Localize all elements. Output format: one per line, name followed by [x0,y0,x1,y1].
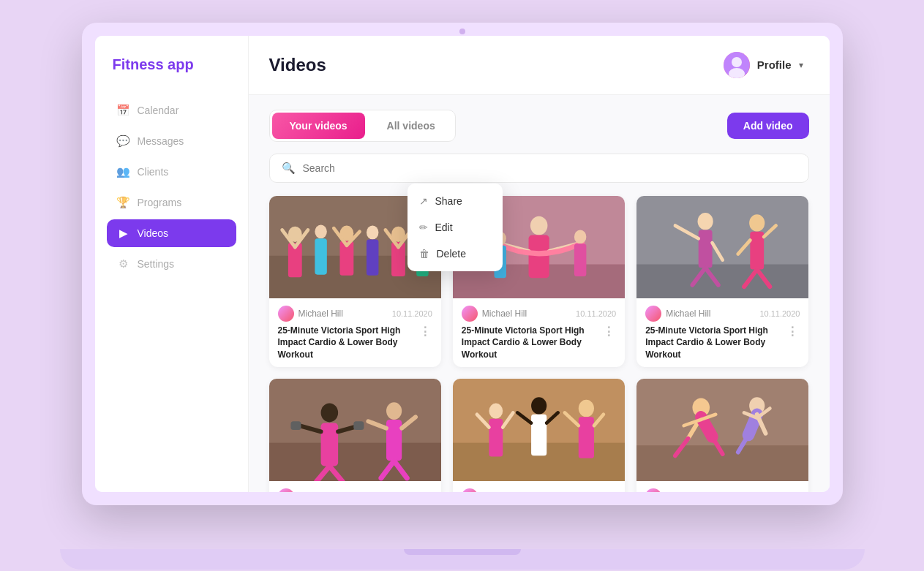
svg-point-25 [530,216,548,235]
author-avatar [645,488,661,492]
svg-point-73 [579,400,594,417]
video-meta: Michael Hill 10.11.2020 25-Minute Victor… [269,298,441,367]
video-card: Michael Hill 10.11.2020 25-Minute Victor… [636,196,808,367]
sidebar-label-calendar: Calendar [138,105,179,116]
video-card: Michael Hill 10.11.2020 25-Minute Victor… [269,379,441,492]
video-author-row: Michael Hill 10.11.2020 [645,306,800,322]
context-menu-share[interactable]: ↗ Share [407,188,503,214]
tab-all-videos[interactable]: All videos [369,113,453,139]
search-icon: 🔍 [282,162,296,175]
main-content: Videos Profile ▾ [249,36,830,492]
videos-icon: ▶ [117,227,130,240]
more-options-button[interactable]: ⋮ [601,325,616,339]
author-name: Michael Hill [482,491,527,492]
context-menu-delete[interactable]: 🗑 Delete [407,241,503,267]
context-edit-label: Edit [435,222,453,233]
video-meta: Michael Hill 10.11.2020 25-Minute Victor… [636,481,808,492]
search-input[interactable] [303,162,797,174]
share-icon: ↗ [419,195,428,207]
header: Videos Profile ▾ [249,36,830,95]
author-avatar [462,488,478,492]
svg-rect-12 [366,239,378,275]
video-thumbnail[interactable] [636,379,808,481]
sidebar-item-settings[interactable]: ⚙ Settings [107,250,236,278]
video-author-row: Michael Hill 10.11.2020 [645,488,800,492]
video-title: 25-Minute Victoria Sport High Impact Car… [645,325,781,361]
svg-rect-42 [750,231,764,269]
video-title: 25-Minute Victoria Sport High Impact Car… [278,325,413,361]
sidebar-label-settings: Settings [138,258,175,270]
author-avatar [278,488,294,492]
video-thumbnail[interactable] [453,379,625,481]
sidebar-label-programs: Programs [138,197,182,208]
author-name: Michael Hill [666,309,710,319]
video-author-row: Michael Hill 10.11.2020 [462,488,616,492]
video-meta: Michael Hill 10.11.2020 25-Minute Victor… [636,298,808,367]
svg-rect-54 [353,421,364,430]
svg-point-11 [366,225,378,239]
calendar-icon: 📅 [117,104,130,117]
add-video-button[interactable]: Add video [727,113,809,139]
page-title: Videos [269,55,326,75]
author-info: Michael Hill [645,306,710,322]
video-meta: Michael Hill 10.11.2020 25-Minute Victor… [453,481,625,492]
author-name: Michael Hill [666,491,710,492]
more-options-button[interactable]: ⋮ [418,325,432,339]
content-area: Your videos All videos Add video 🔍 [249,95,830,492]
programs-icon: 🏆 [117,196,130,209]
sidebar-item-programs[interactable]: 🏆 Programs [107,189,236,216]
author-avatar [278,306,294,322]
svg-point-65 [489,403,503,418]
svg-rect-48 [269,443,441,481]
svg-rect-58 [386,420,402,461]
sidebar-label-videos: Videos [138,227,169,239]
video-date: 10.11.2020 [392,309,432,318]
profile-button[interactable]: Profile ▾ [718,49,809,81]
sidebar: Fitness app 📅 Calendar 💬 Messages 👥 [95,36,249,492]
video-date: 10.11.2020 [576,309,616,318]
context-menu: ↗ Share ✏ Edit 🗑 Delete [407,184,503,271]
author-name: Michael Hill [482,309,527,319]
sidebar-item-clients[interactable]: 👥 Clients [107,158,236,186]
sidebar-item-calendar[interactable]: 📅 Calendar [107,97,236,124]
video-author-row: Michael Hill 10.11.2020 [278,488,432,492]
author-info: Michael Hill [278,306,343,322]
tabs-row: Your videos All videos Add video [269,110,809,142]
svg-point-69 [531,397,546,415]
sidebar-item-messages[interactable]: 💬 Messages [107,127,236,155]
svg-rect-66 [489,419,503,457]
sidebar-label-clients: Clients [138,166,169,178]
video-thumbnail[interactable] [636,196,808,298]
video-thumbnail[interactable] [269,379,441,481]
svg-point-57 [386,402,402,420]
svg-rect-8 [315,238,326,274]
svg-rect-70 [531,415,546,455]
svg-rect-50 [320,423,338,466]
video-card: Michael Hill 10.11.2020 25-Minute Victor… [453,379,625,492]
video-author-row: Michael Hill 10.11.2020 [278,306,432,322]
chevron-down-icon: ▾ [799,60,803,70]
more-options-button[interactable]: ⋮ [785,325,800,339]
video-grid: Michael Hill 10.11.2020 25-Minute Victor… [269,196,809,492]
sidebar-item-videos[interactable]: ▶ Videos [107,219,236,247]
svg-rect-26 [528,235,549,278]
author-info: Michael Hill [462,488,527,492]
svg-point-35 [698,212,713,230]
author-avatar [462,306,478,322]
context-menu-edit[interactable]: ✏ Edit [407,214,503,241]
svg-rect-36 [699,230,713,268]
svg-point-31 [574,230,586,243]
video-title: 25-Minute Victoria Sport High Impact Car… [462,325,597,361]
tab-your-videos[interactable]: Your videos [272,113,365,139]
tabs-container: Your videos All videos [269,110,456,142]
video-card: Michael Hill 10.11.2020 25-Minute Victor… [636,379,808,492]
settings-icon: ⚙ [117,257,130,271]
video-meta: Michael Hill 10.11.2020 25-Minute Victor… [269,481,441,492]
search-bar: 🔍 [269,154,809,183]
author-info: Michael Hill [462,306,527,322]
author-avatar [645,306,661,322]
profile-name: Profile [757,58,792,71]
svg-rect-53 [290,421,301,430]
edit-icon: ✏ [419,222,428,233]
svg-rect-74 [579,417,594,458]
